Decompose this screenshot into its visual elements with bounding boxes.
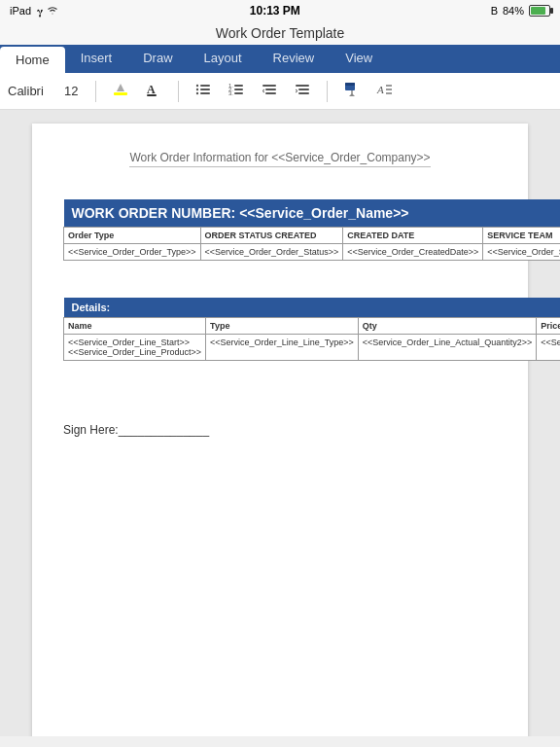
styles-button[interactable]: A [372,79,398,104]
work-order-col-headers: Order Type ORDER STATUS CREATED CREATED … [64,228,561,244]
work-order-table: WORK ORDER NUMBER: <<Service_Order_Name>… [63,199,560,261]
cell-order-type: <<Service_Order_Order_Type>> [64,244,201,261]
svg-rect-14 [234,92,243,94]
svg-text:A: A [376,84,384,95]
svg-rect-2 [147,94,157,96]
col-service-team: SERVICE TEAM [483,228,560,244]
col-order-status: ORDER STATUS CREATED [200,228,343,244]
work-order-number-header: WORK ORDER NUMBER: <<Service_Order_Name>… [64,199,561,228]
col-created-date: CREATED DATE [343,228,483,244]
status-left: iPad 𝛄 [10,5,59,18]
tab-draw[interactable]: Draw [127,45,188,73]
work-order-header-row: WORK ORDER NUMBER: <<Service_Order_Name>… [64,199,561,228]
svg-rect-22 [345,83,355,86]
cell-line-price: <<Service_Order_Line_Actual_Price2>> [537,335,560,361]
details-col-headers: Name Type Qty Price Total Line Price [64,318,561,335]
toolbar-divider-3 [327,81,328,102]
font-color-button[interactable]: A [141,79,166,104]
document-title: Work Order Template [216,25,345,41]
status-right: B 84% [491,5,550,17]
wifi-icon: 𝛄 [37,5,59,18]
svg-rect-6 [200,85,210,87]
cell-line-name: <<Service_Order_Line_Start>><<Service_Or… [64,335,206,361]
details-header-row: Details: [64,298,561,318]
tab-review[interactable]: Review [258,45,331,73]
svg-text:3.: 3. [228,90,233,96]
increase-indent-button[interactable] [290,79,315,104]
font-selector[interactable]: Calibri [8,84,56,98]
title-bar: Work Order Template [0,21,560,45]
cell-service-team: <<Service_Order_Service_Group>> [483,244,560,261]
svg-rect-0 [114,92,127,95]
document-page: Work Order Information for <<Service_Ord… [32,124,528,736]
details-table: Details: Name Type Qty Price Total Line … [63,298,560,361]
svg-rect-13 [234,89,243,90]
cell-line-qty: <<Service_Order_Line_Actual_Quantity2>> [358,335,537,361]
col-price: Price [537,318,560,335]
svg-rect-7 [200,89,210,90]
tab-layout[interactable]: Layout [189,45,258,73]
svg-rect-12 [234,85,243,87]
col-type: Type [206,318,359,335]
document-subtitle: Work Order Information for <<Service_Ord… [63,151,497,164]
sign-here-label: Sign Here:______________ [63,423,497,437]
battery-icon [529,5,550,17]
ribbon-tabs: Home Insert Draw Layout Review View [0,45,560,73]
svg-rect-19 [298,89,309,90]
col-order-type: Order Type [64,228,201,244]
svg-rect-15 [262,85,276,87]
cell-created-date: <<Service_Order_CreatedDate>> [343,244,483,261]
svg-point-3 [196,84,198,86]
tab-insert[interactable]: Insert [65,45,128,73]
svg-rect-17 [265,92,276,94]
tab-view[interactable]: View [330,45,388,73]
svg-point-4 [196,88,198,89]
svg-rect-8 [200,92,210,94]
toolbar: Calibri 12 A 1.2.3. A [0,73,560,110]
status-bar: iPad 𝛄 10:13 PM B 84% [0,0,560,21]
numbered-list-button[interactable]: 1.2.3. [224,79,249,104]
col-name: Name [64,318,206,335]
svg-rect-18 [296,85,309,87]
svg-rect-20 [298,92,309,94]
col-qty: Qty [358,318,537,335]
cell-line-type: <<Service_Order_Line_Line_Type>> [206,335,359,361]
work-order-data-row: <<Service_Order_Order_Type>> <<Service_O… [64,244,561,261]
document-area: Work Order Information for <<Service_Ord… [0,110,560,736]
font-size-selector[interactable]: 12 [64,84,84,98]
toolbar-divider-1 [95,81,96,102]
highlight-button[interactable] [108,79,133,104]
tab-home[interactable]: Home [0,47,65,73]
cell-order-status: <<Service_Order_Order_Status>> [200,244,343,261]
svg-point-5 [196,91,198,93]
battery-percent: 84% [503,5,524,17]
format-painter-button[interactable] [339,79,365,104]
status-time: 10:13 PM [250,4,300,18]
ipad-label: iPad [10,5,31,17]
svg-rect-16 [265,89,276,90]
svg-text:A: A [147,83,156,96]
details-header: Details: [64,298,561,318]
toolbar-divider-2 [178,81,179,102]
bluetooth-icon: B [491,5,498,17]
decrease-indent-button[interactable] [257,79,282,104]
details-data-row: <<Service_Order_Line_Start>><<Service_Or… [64,335,561,361]
bullet-list-button[interactable] [191,79,216,104]
